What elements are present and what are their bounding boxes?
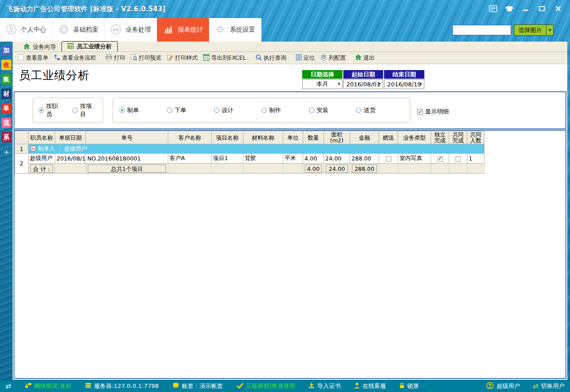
search-icon [256,54,262,62]
nav-label: 个人中心 [21,26,46,34]
printer-icon [105,54,112,61]
gift-checkbox-icon[interactable] [386,156,391,162]
chevron-down-icon: ▼ [379,82,381,86]
radio-deliver[interactable]: 送货 [356,106,404,114]
radio-icon[interactable] [38,108,44,113]
cell-unit: 平米 [283,154,303,164]
print-style-button[interactable]: 打印样式 [164,53,200,63]
group-header-cell[interactable]: 制单人 ： 超级用户 [28,144,484,154]
sidebar-item-liu[interactable]: 流 [1,118,11,128]
server-status: 服务器:127.0.0.1:7798 [85,382,159,390]
sidebar-item-zhang[interactable]: 账 [1,74,11,85]
select-image-button[interactable]: 选择图片 ▼ [514,24,554,36]
radio-by-project[interactable]: 按项目 [72,102,97,118]
execute-query-button[interactable]: 执行查询 [253,53,289,63]
sidebar-item-xi[interactable]: 系 [1,132,11,142]
tab-employee-performance[interactable]: 员工业绩分析 [62,41,118,52]
col-header[interactable]: 独立 完成 [431,131,449,144]
nav-report-statistics[interactable]: 报表统计 [157,18,209,42]
minimize-button[interactable] [520,4,531,13]
end-date-select[interactable]: 2016/08/19▼ [384,79,424,89]
exit-home-icon [355,54,361,61]
exit-button[interactable]: 退出 [352,53,377,63]
locate-button[interactable]: 定位 [293,53,318,63]
show-detail-checkbox[interactable]: 显示明细 [417,108,449,116]
col-header[interactable]: 业务类型 [398,131,431,144]
start-date-header: 起始日期 [343,70,383,79]
col-header[interactable]: 金额 [350,131,379,144]
col-header[interactable]: 材料名称 [243,131,283,144]
skin-icon[interactable] [504,4,515,13]
radio-icon[interactable] [356,108,361,113]
nav-personal-center[interactable]: 个人中心 [0,18,52,42]
print-button[interactable]: 打印 [103,53,128,63]
total-qty-cell: 4.00 [303,164,324,174]
col-header[interactable]: 项目名称 [212,131,243,144]
switch-user-button[interactable]: ⇄ 切换用户 [532,382,565,391]
table-row[interactable]: 2 超级用户 2016/08/18 NO.201608180001 客户A 项目… [15,154,484,164]
image-path-input[interactable] [452,25,511,35]
lock-screen-button[interactable]: 锁屏 [399,382,419,390]
col-header[interactable]: 单位 [283,131,303,144]
radio-install[interactable]: 安装 [309,106,356,114]
filter-panel: 按职员 按项目 制单 下单 设计 制作 [14,91,566,129]
radio-by-employee[interactable]: 按职员 [38,102,63,118]
notes-icon[interactable] [488,4,499,13]
col-header[interactable]: 客户名称 [168,131,212,144]
col-header[interactable]: 单号 [86,131,168,144]
archive-list-icon [58,24,69,36]
col-header[interactable]: 数量 [303,131,324,144]
col-header[interactable]: 单据日期 [55,131,86,144]
col-header[interactable]: 共同 完成 [449,131,467,144]
checkbox-icon[interactable] [417,109,423,115]
app-window: 飞扬动力广告公司管理软件 [标准版 - V2.6.0.543] 个人中心 [0,0,570,392]
chevron-down-icon[interactable]: ▼ [546,25,553,35]
radio-design[interactable]: 设计 [214,106,261,114]
import-certificate-button[interactable]: 导入证书 [309,382,341,390]
nav-system-settings[interactable]: 系统设置 [209,18,261,42]
print-preview-button[interactable]: 打印预览 [128,53,164,63]
radio-icon[interactable] [119,108,125,113]
col-header[interactable]: 职员名称 [28,131,55,144]
solo-checkbox-icon[interactable] [437,156,443,162]
import-cert-icon [309,383,314,390]
radio-icon[interactable] [261,108,267,113]
nav-base-archives[interactable]: 基础档案 [52,18,105,42]
tab-label: 员工业绩分析 [76,43,112,51]
radio-make-order[interactable]: 制单 [119,106,167,114]
export-excel-button[interactable]: 导出到EXCEL [200,53,249,63]
joint-checkbox-icon[interactable] [456,156,461,162]
radio-icon[interactable] [167,108,172,113]
tab-business-wizard[interactable]: 业务向导 [18,42,62,52]
radio-icon[interactable] [214,108,219,113]
radio-place-order[interactable]: 下单 [167,106,214,114]
online-support-button[interactable]: 在线客服 [354,382,386,390]
excel-export-icon [203,54,209,62]
close-button[interactable] [553,4,564,13]
start-date-select[interactable]: 2016/08/01▼ [343,79,383,89]
radio-icon[interactable] [72,108,78,113]
maximize-button[interactable] [537,4,547,13]
sidebar-item-shou[interactable]: 收 [1,60,11,70]
col-header[interactable]: 共同 人数 [467,131,484,144]
col-header[interactable]: 赠送 [379,131,398,144]
radio-produce[interactable]: 制作 [261,106,309,114]
page-title: 员工业绩分析 [19,68,90,83]
view-original-order-button[interactable]: 查看原单 [15,53,51,63]
column-config-button[interactable]: 列配置 [318,53,349,63]
col-header[interactable]: 面积(m2) [324,131,350,144]
locate-icon [296,54,302,62]
sidebar-add-button[interactable]: ＋ [1,146,11,157]
date-preset-select[interactable]: 本月▼ [302,79,342,89]
nav-business-processing[interactable]: AD 业务处理 [105,18,157,42]
sidebar-item-cai[interactable]: 材 [1,89,11,99]
sync-icon[interactable]: ⇄ [5,382,11,390]
sidebar-item-jia[interactable]: 加 [1,45,11,56]
cell-date: 2016/08/18 [55,154,86,164]
account-set-status: 账套：演示帐套 [172,382,223,390]
collapse-icon[interactable] [31,146,36,151]
sidebar-item-dan[interactable]: 单 [1,103,11,113]
results-table: 职员名称 单据日期 单号 客户名称 项目名称 材料名称 单位 数量 面积(m2)… [14,131,484,174]
radio-icon[interactable] [309,108,314,113]
view-business-flow-button[interactable]: 查看业务流程 [51,53,99,63]
